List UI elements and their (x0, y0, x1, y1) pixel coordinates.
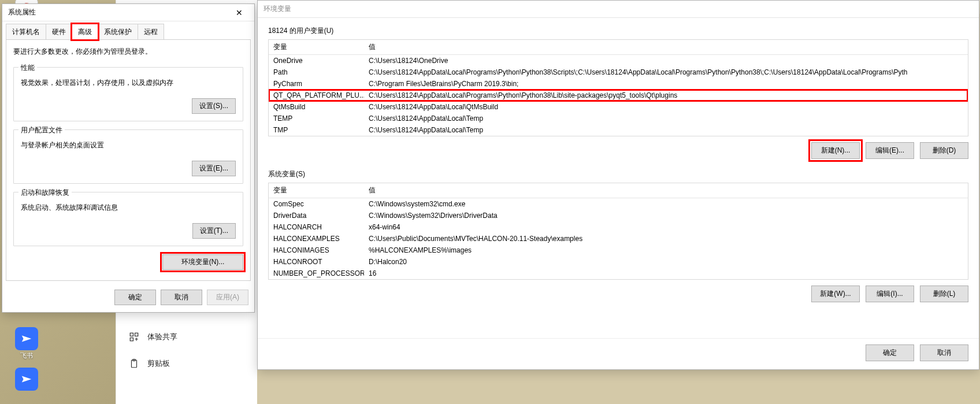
var-value: C:\Users\18124\OneDrive (364, 55, 968, 66)
var-name: DriverData (269, 210, 364, 221)
sys-vars-buttons: 新建(W)... 编辑(I)... 删除(L) (268, 286, 968, 302)
var-value: C:\Users\18124\AppData\Local\Programs\Py… (364, 90, 968, 101)
svg-rect-1 (135, 333, 138, 336)
desktop-icon-feishu[interactable]: 飞书 (9, 327, 44, 360)
table-header: 变量 值 (269, 183, 968, 198)
profile-settings-button[interactable]: 设置(E)... (192, 161, 236, 176)
table-row[interactable]: QT_QPA_PLATFORM_PLU...C:\Users\18124\App… (269, 90, 968, 101)
var-name: NUMBER_OF_PROCESSORS (269, 268, 364, 279)
group-desc: 系统启动、系统故障和调试信息 (21, 203, 236, 213)
var-value: 16 (364, 268, 968, 279)
user-vars-buttons: 新建(N)... 编辑(E)... 删除(D) (268, 142, 968, 159)
table-row[interactable]: NUMBER_OF_PROCESSORS16 (269, 268, 968, 279)
var-value: C:\Program Files\JetBrains\PyCharm 2019.… (364, 78, 968, 90)
svg-rect-2 (130, 338, 133, 341)
settings-item-label: 体验共享 (147, 332, 177, 342)
admin-hint: 要进行大多数更改，你必须作为管理员登录。 (13, 47, 243, 57)
startup-settings-button[interactable]: 设置(T)... (192, 223, 236, 239)
edit-sys-var-button[interactable]: 编辑(I)... (866, 286, 914, 302)
delete-user-var-button[interactable]: 删除(D) (920, 142, 968, 159)
delete-sys-var-button[interactable]: 删除(L) (920, 286, 968, 302)
group-desc: 与登录帐户相关的桌面设置 (21, 140, 236, 150)
table-row[interactable]: HALCONROOTD:\Halcon20 (269, 256, 968, 268)
var-name: Path (269, 66, 364, 78)
col-value[interactable]: 值 (364, 183, 968, 198)
var-name: ComSpec (269, 198, 364, 210)
tab-advanced-body: 要进行大多数更改，你必须作为管理员登录。 性能 视觉效果，处理器计划，内存使用，… (6, 39, 251, 281)
col-value[interactable]: 值 (364, 40, 968, 54)
table-row[interactable]: QtMsBuildC:\Users\18124\AppData\Local\Qt… (269, 101, 968, 113)
environment-variables-button[interactable]: 环境变量(N)... (162, 254, 243, 270)
sys-vars-label: 系统变量(S) (268, 169, 968, 179)
edit-user-var-button[interactable]: 编辑(E)... (866, 142, 914, 159)
table-row[interactable]: HALCONEXAMPLESC:\Users\Public\Documents\… (269, 233, 968, 244)
var-value: C:\Users\18124\AppData\Local\QtMsBuild (364, 101, 968, 113)
var-name: TEMP (269, 113, 364, 124)
var-value: %HALCONEXAMPLES%\images (364, 244, 968, 256)
sys-vars-table[interactable]: 变量 值 ComSpecC:\Windows\system32\cmd.exeD… (268, 183, 968, 280)
table-row[interactable]: TEMPC:\Users\18124\AppData\Local\Temp (269, 113, 968, 124)
tab-strip: 计算机名 硬件 高级 系统保护 远程 (2, 21, 254, 40)
ok-button[interactable]: 确定 (866, 344, 914, 361)
var-name: HALCONIMAGES (269, 244, 364, 256)
var-value: C:\Users\Public\Documents\MVTec\HALCON-2… (364, 233, 968, 244)
group-performance: 性能 视觉效果，处理器计划，内存使用，以及虚拟内存 设置(S)... (13, 67, 243, 121)
legend: 启动和故障恢复 (18, 188, 72, 198)
group-user-profile: 用户配置文件 与登录帐户相关的桌面设置 设置(E)... (13, 129, 243, 184)
legend: 性能 (18, 63, 37, 73)
share-icon (129, 332, 139, 342)
desktop-icon-feishu-2[interactable] (9, 368, 44, 392)
table-row[interactable]: HALCONARCHx64-win64 (269, 221, 968, 233)
table-row[interactable]: HALCONIMAGES%HALCONEXAMPLES%\images (269, 244, 968, 256)
dialog-footer: 确定 取消 应用(A) (2, 285, 254, 312)
perf-settings-button[interactable]: 设置(S)... (192, 98, 236, 114)
desktop-label: 飞书 (9, 351, 44, 360)
new-user-var-button[interactable]: 新建(N)... (811, 142, 860, 159)
tab-hardware[interactable]: 硬件 (46, 24, 72, 40)
var-name: HALCONEXAMPLES (269, 233, 364, 244)
var-name: OneDrive (269, 55, 364, 66)
feishu-icon (15, 327, 38, 350)
table-header: 变量 值 (269, 40, 968, 55)
titlebar[interactable]: 系统属性 ✕ (2, 4, 254, 21)
settings-item-label: 剪贴板 (147, 358, 170, 369)
svg-rect-0 (130, 333, 133, 336)
new-sys-var-button[interactable]: 新建(W)... (811, 286, 860, 302)
col-variable[interactable]: 变量 (269, 40, 364, 54)
close-button[interactable]: ✕ (228, 5, 251, 21)
apply-button[interactable]: 应用(A) (207, 290, 248, 305)
col-variable[interactable]: 变量 (269, 183, 364, 198)
settings-item-experience-share[interactable]: 体验共享 (116, 324, 257, 350)
settings-item-clipboard[interactable]: 剪贴板 (116, 350, 257, 377)
user-vars-table[interactable]: 变量 值 OneDriveC:\Users\18124\OneDrivePath… (268, 39, 968, 136)
table-row[interactable]: PathC:\Users\18124\AppData\Local\Program… (269, 66, 968, 78)
var-name: QT_QPA_PLATFORM_PLU... (269, 90, 364, 101)
table-row[interactable]: DriverDataC:\Windows\System32\Drivers\Dr… (269, 210, 968, 221)
table-row[interactable]: PyCharmC:\Program Files\JetBrains\PyChar… (269, 78, 968, 90)
user-vars-label: 18124 的用户变量(U) (268, 26, 968, 36)
group-desc: 视觉效果，处理器计划，内存使用，以及虚拟内存 (21, 78, 236, 88)
dialog-footer: 确定 取消 (258, 338, 979, 369)
dialog-title: 环境变量 (263, 4, 291, 14)
var-value: D:\Halcon20 (364, 256, 968, 268)
var-value: x64-win64 (364, 221, 968, 233)
titlebar[interactable]: 环境变量 (258, 1, 979, 18)
ok-button[interactable]: 确定 (114, 290, 156, 305)
var-value: C:\Windows\system32\cmd.exe (364, 198, 968, 210)
var-name: HALCONARCH (269, 221, 364, 233)
tab-advanced[interactable]: 高级 (72, 24, 98, 40)
table-row[interactable]: TMPC:\Users\18124\AppData\Local\Temp (269, 124, 968, 136)
clipboard-icon (129, 358, 139, 369)
cancel-button[interactable]: 取消 (161, 290, 202, 305)
var-name: TMP (269, 124, 364, 136)
var-name: QtMsBuild (269, 101, 364, 113)
table-row[interactable]: ComSpecC:\Windows\system32\cmd.exe (269, 198, 968, 210)
table-row[interactable]: OneDriveC:\Users\18124\OneDrive (269, 55, 968, 66)
cancel-button[interactable]: 取消 (920, 344, 968, 361)
legend: 用户配置文件 (18, 125, 65, 135)
var-name: PyCharm (269, 78, 364, 90)
tab-remote[interactable]: 远程 (138, 24, 164, 40)
environment-variables-dialog: 环境变量 18124 的用户变量(U) 变量 值 OneDriveC:\User… (257, 0, 979, 370)
tab-computer-name[interactable]: 计算机名 (6, 24, 46, 40)
tab-system-protection[interactable]: 系统保护 (98, 24, 138, 40)
